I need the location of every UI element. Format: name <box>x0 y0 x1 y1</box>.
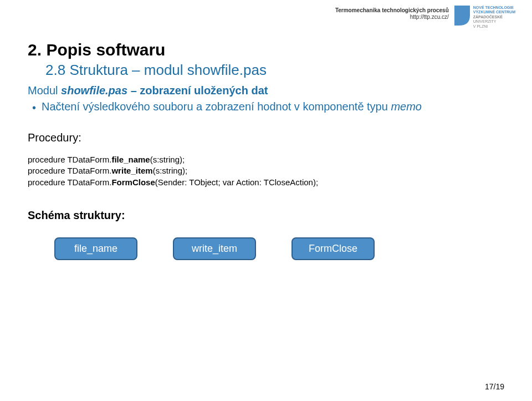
schema-label: Schéma struktury: <box>28 209 504 222</box>
logo-line3: ZÁPADOČESKÉ <box>473 15 515 19</box>
logo-icon <box>454 6 470 26</box>
schema-boxes: file_name write_item FormClose <box>54 237 504 260</box>
schema-box-form-close: FormClose <box>291 237 375 260</box>
proc-pre: procedure TDataForm. <box>28 166 111 175</box>
bullet-pre: Načtení výsledkového souboru a zobrazení… <box>42 100 391 113</box>
bullet-line: • Načtení výsledkového souboru a zobraze… <box>32 100 504 115</box>
header-url: http://ttp.zcu.cz/ <box>335 14 449 21</box>
bullet-icon: • <box>32 100 36 115</box>
logo-line2: VÝZKUMNÉ CENTRUM <box>473 10 515 14</box>
logo-line4: UNIVERZITY <box>473 19 515 24</box>
module-name: showfile.pas <box>61 84 127 97</box>
page-number: 17/19 <box>485 382 504 391</box>
header-line1: Termomechanika technologických procesů <box>335 7 449 14</box>
bullet-text: Načtení výsledkového souboru a zobrazení… <box>42 100 422 113</box>
proc-post: (s:string); <box>150 155 185 164</box>
university-logo: NOVÉ TECHNOLOGIE VÝZKUMNÉ CENTRUM ZÁPADO… <box>454 6 515 29</box>
proc-pre: procedure TDataForm. <box>28 155 111 164</box>
subsection-title-text: Struktura – modul showfile.pas <box>69 62 267 78</box>
module-label: Modul <box>28 84 58 97</box>
schema-box-write-item: write_item <box>173 237 256 260</box>
module-desc: – zobrazení uložených dat <box>131 84 268 97</box>
bullet-memo: memo <box>391 100 422 113</box>
subsection-title: 2.8 Struktura – modul showfile.pas <box>45 62 504 79</box>
section-title-text: Popis softwaru <box>46 40 165 59</box>
procedure-item: procedure TDataForm.write_item(s:string)… <box>28 165 504 176</box>
procedures-list: procedure TDataForm.file_name(s:string);… <box>28 154 504 188</box>
proc-post: (s:string); <box>153 166 188 175</box>
header-right: Termomechanika technologických procesů h… <box>335 6 515 29</box>
logo-line5: V PLZNI <box>473 24 515 29</box>
header-meta: Termomechanika technologických procesů h… <box>335 7 449 21</box>
subsection-number: 2.8 <box>45 62 65 78</box>
procedure-item: procedure TDataForm.file_name(s:string); <box>28 154 504 165</box>
procedures-label: Procedury: <box>28 131 504 144</box>
proc-name: file_name <box>111 155 150 164</box>
module-line: Modul showfile.pas – zobrazení uložených… <box>28 84 504 97</box>
proc-pre: procedure TDataForm. <box>28 177 111 187</box>
procedure-item: procedure TDataForm.FormClose(Sender: TO… <box>28 177 504 188</box>
schema-box-file-name: file_name <box>54 237 137 260</box>
section-number: 2. <box>28 40 42 59</box>
proc-name: write_item <box>111 166 152 175</box>
section-title: 2. Popis softwaru <box>28 40 504 59</box>
proc-post: (Sender: TObject; var Action: TCloseActi… <box>155 177 318 187</box>
proc-name: FormClose <box>111 177 155 187</box>
logo-text: NOVÉ TECHNOLOGIE VÝZKUMNÉ CENTRUM ZÁPADO… <box>473 6 515 29</box>
